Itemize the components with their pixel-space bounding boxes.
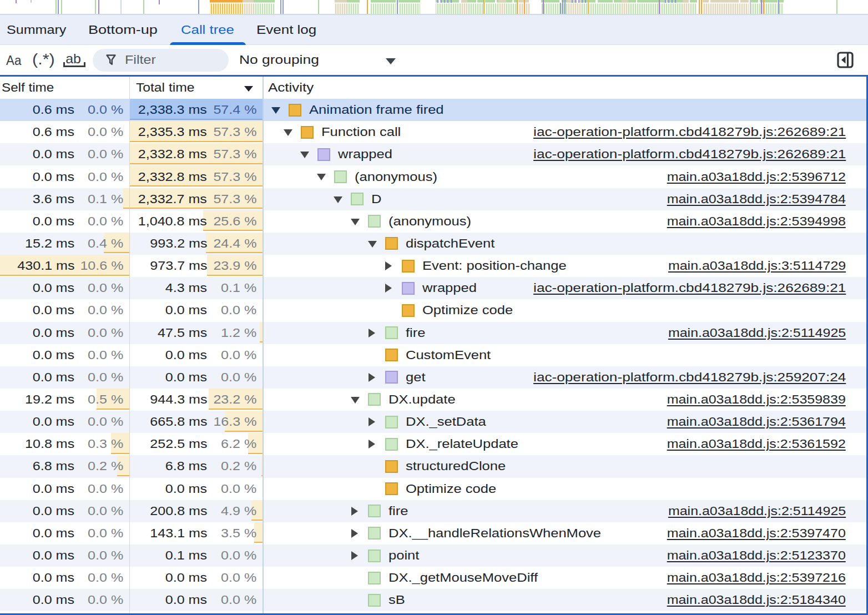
svg-text:ab: ab (65, 53, 81, 66)
